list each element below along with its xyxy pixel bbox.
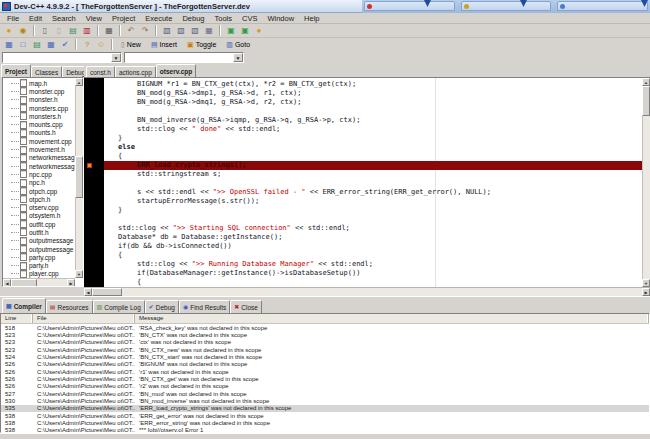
bottom-tab-compile-log[interactable]: ▥Compile Log (93, 300, 145, 313)
file-tree-item[interactable]: movement.h (7, 145, 75, 153)
file-tree-item[interactable]: otpch.cpp (7, 187, 75, 195)
file-tree-item[interactable]: networkmessag (7, 162, 75, 170)
title-bar[interactable]: Dev-C++ 4.9.9.2 - [ TheForgottenServer ]… (0, 0, 650, 13)
breakpoint-icon[interactable] (87, 163, 92, 168)
error-row[interactable]: 535C:\Users\Admin\Pictures\Meu ot\OT...'… (1, 405, 649, 412)
scroll-right-icon[interactable]: ▶ (642, 288, 650, 296)
error-row[interactable]: 526C:\Users\Admin\Pictures\Meu ot\OT...'… (1, 375, 649, 382)
file-tree-item[interactable]: party.cpp (7, 253, 75, 261)
scroll-up-icon[interactable]: ▲ (75, 78, 83, 86)
code-editor[interactable]: BIGNUM *r1 = BN_CTX_get(ctx), *r2 = BN_C… (84, 77, 650, 287)
code-line[interactable]: startupErrorMessage(s.str()); (104, 197, 642, 206)
error-row[interactable]: 530C:\Users\Admin\Pictures\Meu ot\OT...'… (1, 397, 649, 404)
view-project-explorer-button[interactable]: ▦ (3, 39, 16, 51)
code-line[interactable]: BIGNUM *r1 = BN_CTX_get(ctx), *r2 = BN_C… (104, 80, 642, 89)
class-browser-combo[interactable]: ▼ (124, 52, 244, 63)
menu-help[interactable]: Help (299, 14, 324, 23)
error-row[interactable]: 526C:\Users\Admin\Pictures\Meu ot\OT...'… (1, 383, 649, 390)
column-header-line[interactable]: Line (1, 314, 33, 323)
file-tree-item[interactable]: outfit.h (7, 228, 75, 236)
scroll-down-icon[interactable]: ▼ (75, 270, 83, 278)
file-tree-item[interactable]: map.h (7, 79, 75, 87)
menu-edit[interactable]: Edit (24, 14, 47, 23)
scrollbar-thumb[interactable] (75, 156, 83, 198)
code-line[interactable]: ERR_load_crypto_strings(); (104, 161, 642, 170)
scroll-up-icon[interactable]: ▲ (642, 78, 650, 86)
sidebar-tab-project[interactable]: Project (1, 64, 31, 77)
bottom-tab-compiler[interactable]: ▦Compiler (2, 298, 46, 313)
file-tree-item[interactable]: outputmessage (7, 237, 75, 245)
menu-execute[interactable]: Execute (140, 14, 177, 23)
chevron-down-icon[interactable]: ▼ (111, 53, 121, 62)
code-line[interactable]: BN_mod(g_RSA->dmq1, g_RSA->d, r2, ctx); (104, 98, 642, 107)
code-line[interactable]: { (104, 278, 642, 287)
file-tree-item[interactable]: mounts.cpp (7, 120, 75, 128)
file-tree-item[interactable]: monsters.cpp (7, 104, 75, 112)
file-list-vertical-scrollbar[interactable]: ▲ ▼ (75, 78, 83, 278)
file-tree-item[interactable]: otpch.h (7, 195, 75, 203)
scroll-left-icon[interactable]: ◀ (3, 279, 11, 287)
code-line[interactable]: std::stringstream s; (104, 170, 642, 179)
code-line[interactable]: std::clog << " done" << std::endl; (104, 125, 642, 134)
code-line[interactable]: BN_mod_inverse(g_RSA->iqmp, g_RSA->q, g_… (104, 116, 642, 125)
file-tree-item[interactable]: outputmessage (7, 245, 75, 253)
print-button[interactable]: ▦ (103, 25, 116, 37)
file-tree-item[interactable]: mounts.h (7, 129, 75, 137)
file-tree-item[interactable]: monster.h (7, 96, 75, 104)
error-row[interactable]: 526C:\Users\Admin\Pictures\Meu ot\OT...'… (1, 361, 649, 368)
new-file-button[interactable]: ▯ (39, 25, 52, 37)
file-tree-item[interactable]: monsters.h (7, 112, 75, 120)
code-line[interactable]: else (104, 143, 642, 152)
compile-button[interactable]: ▧ (161, 25, 174, 37)
code-line[interactable]: if(DatabaseManager::getInstance()->isDat… (104, 269, 642, 278)
code-line[interactable]: } (104, 206, 642, 215)
code-line[interactable]: Database* db = Database::getInstance(); (104, 233, 642, 242)
sidebar-tab-classes[interactable]: Classes (31, 66, 62, 77)
menu-window[interactable]: Window (262, 14, 299, 23)
error-row[interactable]: 538C:\Users\Admin\Pictures\Meu ot\OT...'… (1, 419, 649, 426)
error-row[interactable]: 524C:\Users\Admin\Pictures\Meu ot\OT...'… (1, 353, 649, 360)
help-button[interactable]: ? (81, 39, 94, 51)
code-line[interactable]: BN_mod(g_RSA->dmp1, g_RSA->d, r1, ctx); (104, 89, 642, 98)
file-tree-item[interactable]: party.h (7, 262, 75, 270)
error-row[interactable]: 523C:\Users\Admin\Pictures\Meu ot\OT...'… (1, 339, 649, 346)
undo-button[interactable]: ↶ (125, 25, 138, 37)
code-line[interactable] (104, 179, 642, 188)
close-file-button[interactable]: ▥ (81, 25, 94, 37)
redo-button[interactable]: ↷ (139, 25, 152, 37)
editor-tab-const-h[interactable]: const.h (86, 66, 115, 77)
debug-run-button[interactable]: ▣ (225, 25, 238, 37)
editor-horizontal-scrollbar[interactable]: ◀ ▶ (84, 287, 650, 296)
editor-gutter[interactable] (84, 78, 104, 287)
error-row[interactable]: 538C:\Users\Admin\Pictures\Meu ot\OT...'… (1, 412, 649, 419)
column-header-message[interactable]: Message (135, 314, 649, 323)
view-statusbar-button[interactable]: ▦ (45, 39, 58, 51)
editor-tab-actions-cpp[interactable]: actions.cpp (115, 66, 156, 77)
comment-check-button[interactable]: ✔ (59, 39, 72, 51)
menu-project[interactable]: Project (107, 14, 140, 23)
view-report-button[interactable]: ▤ (31, 39, 44, 51)
error-row[interactable]: 527C:\Users\Admin\Pictures\Meu ot\OT...'… (1, 390, 649, 397)
error-row[interactable]: 523C:\Users\Admin\Pictures\Meu ot\OT...'… (1, 331, 649, 338)
save-button[interactable]: ▯ (53, 25, 66, 37)
file-tree-item[interactable]: npc.h (7, 179, 75, 187)
file-tree-item[interactable]: otsystem.h (7, 212, 75, 220)
menu-file[interactable]: File (2, 14, 24, 23)
open-project-button[interactable]: ◉ (17, 25, 30, 37)
view-float-report-button[interactable]: □ (17, 39, 30, 51)
file-tree-item[interactable]: movement.cpp (7, 137, 75, 145)
scroll-down-icon[interactable]: ▼ (642, 279, 650, 287)
editor-tab-otserv-cpp[interactable]: otserv.cpp (156, 64, 196, 77)
menu-search[interactable]: Search (47, 14, 81, 23)
bottom-tab-resources[interactable]: ▤Resources (46, 300, 93, 313)
bookmark-new-button[interactable]: ▯New (117, 39, 145, 51)
bottom-tab-debug[interactable]: ✔Debug (145, 300, 179, 313)
run-button[interactable]: ▧ (175, 25, 188, 37)
bookmark-toggle-button[interactable]: ▣Toggle (183, 39, 220, 51)
scrollbar-thumb[interactable] (642, 86, 650, 116)
scrollbar-thumb[interactable] (92, 288, 122, 296)
profile-button[interactable]: ▣ (239, 25, 252, 37)
code-line[interactable]: { (104, 251, 642, 260)
menu-view[interactable]: View (81, 14, 107, 23)
chevron-down-icon[interactable]: ▼ (233, 53, 243, 62)
